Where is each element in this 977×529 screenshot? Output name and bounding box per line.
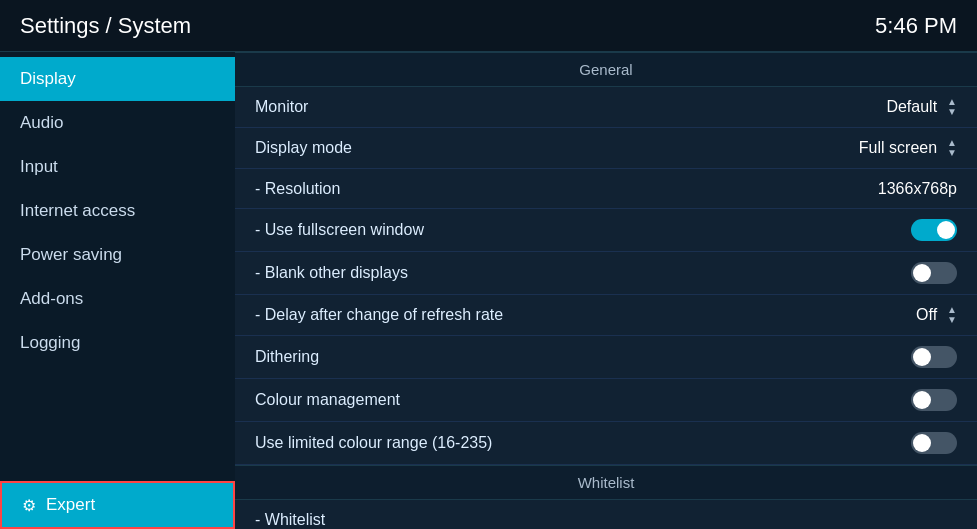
limited-colour-label: Use limited colour range (16-235)	[255, 434, 492, 452]
sidebar-item-input[interactable]: Input	[0, 145, 235, 189]
delay-refresh-arrows: ▲ ▼	[947, 305, 957, 325]
monitor-label: Monitor	[255, 98, 308, 116]
dithering-toggle	[911, 346, 957, 368]
arrow-down-icon: ▼	[947, 107, 957, 117]
setting-delay-refresh[interactable]: - Delay after change of refresh rate Off…	[235, 295, 977, 336]
resolution-value: 1366x768p	[878, 180, 957, 198]
toggle-knob	[913, 264, 931, 282]
arrow-down-icon: ▼	[947, 148, 957, 158]
content-area: General Monitor Default ▲ ▼ Display mode…	[235, 52, 977, 529]
toggle-knob	[913, 391, 931, 409]
sidebar-item-add-ons[interactable]: Add-ons	[0, 277, 235, 321]
resolution-label: - Resolution	[255, 180, 340, 198]
setting-monitor[interactable]: Monitor Default ▲ ▼	[235, 87, 977, 128]
expert-label: Expert	[46, 495, 95, 515]
header: Settings / System 5:46 PM	[0, 0, 977, 52]
fullscreen-window-toggle	[911, 219, 957, 241]
setting-limited-colour[interactable]: Use limited colour range (16-235)	[235, 422, 977, 465]
display-mode-arrows: ▲ ▼	[947, 138, 957, 158]
section-whitelist: Whitelist	[235, 465, 977, 500]
fullscreen-window-label: - Use fullscreen window	[255, 221, 424, 239]
expert-button[interactable]: ⚙ Expert	[0, 481, 235, 529]
sidebar-item-power-saving[interactable]: Power saving	[0, 233, 235, 277]
toggle-knob	[913, 434, 931, 452]
toggle-colour-management[interactable]	[911, 389, 957, 411]
setting-colour-management[interactable]: Colour management	[235, 379, 977, 422]
display-mode-label: Display mode	[255, 139, 352, 157]
gear-icon: ⚙	[22, 496, 36, 515]
toggle-blank-displays[interactable]	[911, 262, 957, 284]
sidebar-bottom: ⚙ Expert	[0, 481, 235, 529]
delay-refresh-value: Off ▲ ▼	[916, 305, 957, 325]
colour-management-toggle	[911, 389, 957, 411]
toggle-knob	[937, 221, 955, 239]
dithering-label: Dithering	[255, 348, 319, 366]
delay-refresh-label: - Delay after change of refresh rate	[255, 306, 503, 324]
sidebar: Display Audio Input Internet access Powe…	[0, 52, 235, 529]
setting-fullscreen-window[interactable]: - Use fullscreen window	[235, 209, 977, 252]
setting-whitelist[interactable]: - Whitelist	[235, 500, 977, 529]
sidebar-item-audio[interactable]: Audio	[0, 101, 235, 145]
toggle-dithering[interactable]	[911, 346, 957, 368]
toggle-knob	[913, 348, 931, 366]
setting-display-mode[interactable]: Display mode Full screen ▲ ▼	[235, 128, 977, 169]
sidebar-item-logging[interactable]: Logging	[0, 321, 235, 365]
monitor-value: Default ▲ ▼	[886, 97, 957, 117]
arrow-down-icon: ▼	[947, 315, 957, 325]
blank-displays-label: - Blank other displays	[255, 264, 408, 282]
monitor-arrows: ▲ ▼	[947, 97, 957, 117]
blank-displays-toggle	[911, 262, 957, 284]
display-mode-value: Full screen ▲ ▼	[859, 138, 957, 158]
setting-blank-displays[interactable]: - Blank other displays	[235, 252, 977, 295]
setting-dithering[interactable]: Dithering	[235, 336, 977, 379]
whitelist-label: - Whitelist	[255, 511, 325, 529]
limited-colour-toggle	[911, 432, 957, 454]
page-title: Settings / System	[20, 13, 191, 39]
main-layout: Display Audio Input Internet access Powe…	[0, 52, 977, 529]
section-general: General	[235, 52, 977, 87]
colour-management-label: Colour management	[255, 391, 400, 409]
clock: 5:46 PM	[875, 13, 957, 39]
sidebar-item-internet-access[interactable]: Internet access	[0, 189, 235, 233]
toggle-fullscreen-window[interactable]	[911, 219, 957, 241]
sidebar-item-display[interactable]: Display	[0, 57, 235, 101]
toggle-limited-colour[interactable]	[911, 432, 957, 454]
setting-resolution[interactable]: - Resolution 1366x768p	[235, 169, 977, 209]
